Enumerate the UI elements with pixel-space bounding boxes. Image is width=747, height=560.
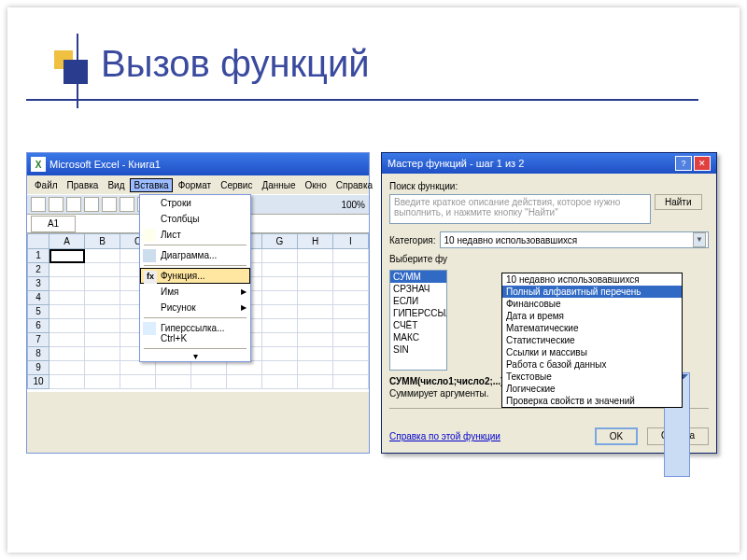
submenu-arrow-icon: ▶ [241, 287, 247, 296]
list-item[interactable]: СУММ [390, 271, 446, 283]
function-list[interactable]: СУММ СРЗНАЧ ЕСЛИ ГИПЕРССЫЛ СЧЁТ МАКС SIN [389, 270, 447, 371]
menu-expand[interactable]: ▾ [140, 351, 250, 361]
category-label: Категория: [389, 235, 436, 245]
list-item[interactable]: ГИПЕРССЫЛ [390, 307, 446, 319]
close-button[interactable]: ✕ [694, 156, 711, 171]
find-button[interactable]: Найти [655, 194, 702, 210]
dialog-title-text: Мастер функций - шаг 1 из 2 [388, 158, 524, 169]
list-item[interactable]: Логические [502, 383, 682, 395]
link-icon [143, 322, 156, 335]
menu-file[interactable]: Файл [31, 178, 62, 192]
row-header[interactable]: 6 [27, 319, 49, 333]
save-icon[interactable] [66, 197, 81, 212]
row-header[interactable]: 9 [27, 361, 49, 375]
menu-item-name[interactable]: Имя▶ [140, 284, 250, 300]
cut-icon[interactable] [102, 197, 117, 212]
row-header[interactable]: 4 [27, 291, 49, 305]
list-item[interactable]: Ссылки и массивы [502, 346, 682, 358]
excel-icon: X [31, 157, 46, 172]
excel-window-title: Microsoft Excel - Книга1 [49, 159, 161, 170]
list-item[interactable]: Проверка свойств и значений [502, 395, 682, 407]
list-item[interactable]: Математические [502, 322, 682, 334]
menu-help[interactable]: Справка [332, 178, 376, 192]
col-header[interactable]: G [262, 233, 298, 249]
function-wizard-dialog: Мастер функций - шаг 1 из 2 ? ✕ Поиск фу… [381, 152, 717, 454]
list-item[interactable]: СЧЁТ [390, 319, 446, 331]
col-header[interactable]: A [49, 233, 85, 249]
submenu-arrow-icon: ▶ [241, 303, 247, 312]
name-box[interactable]: A1 [31, 216, 76, 232]
zoom-value[interactable]: 100% [341, 200, 365, 210]
cell-a1[interactable] [49, 249, 85, 263]
search-input[interactable]: Введите краткое описание действия, котор… [389, 194, 651, 224]
category-dropdown[interactable]: 10 недавно использовавшихся Полный алфав… [501, 273, 683, 408]
col-header[interactable]: H [298, 233, 333, 249]
list-item[interactable]: Работа с базой данных [502, 358, 682, 371]
excel-window: X Microsoft Excel - Книга1 Файл Правка В… [26, 152, 370, 454]
search-label: Поиск функции: [389, 181, 709, 191]
fx-icon: fx [144, 271, 157, 284]
list-item[interactable]: Финансовые [502, 298, 682, 310]
list-item[interactable]: МАКС [390, 331, 446, 343]
select-fn-label: Выберите фу [389, 254, 447, 264]
open-icon[interactable] [49, 197, 63, 212]
menu-data[interactable]: Данные [258, 178, 299, 192]
row-header[interactable]: 1 [27, 249, 49, 263]
row-header[interactable]: 8 [27, 347, 49, 361]
list-item[interactable]: Дата и время [502, 310, 682, 322]
sheet-icon [143, 229, 156, 242]
help-button[interactable]: ? [675, 156, 692, 171]
help-link[interactable]: Справка по этой функции [389, 431, 500, 441]
list-item[interactable]: Текстовые [502, 371, 682, 383]
new-icon[interactable] [31, 197, 46, 212]
menu-item-function[interactable]: fxФункция... [140, 268, 250, 284]
excel-titlebar: X Microsoft Excel - Книга1 [27, 153, 369, 175]
menu-item-cols[interactable]: Столбцы [140, 211, 250, 227]
list-item[interactable]: 10 недавно использовавшихся [502, 273, 682, 286]
menu-edit[interactable]: Правка [63, 178, 103, 192]
row-header[interactable]: 7 [27, 333, 49, 347]
list-item[interactable]: Статистические [502, 334, 682, 346]
copy-icon[interactable] [120, 197, 134, 212]
list-item[interactable]: SIN [390, 343, 446, 356]
col-header[interactable]: B [85, 233, 120, 249]
print-icon[interactable] [84, 197, 99, 212]
menu-view[interactable]: Вид [104, 178, 128, 192]
chart-icon [143, 249, 156, 262]
menu-insert[interactable]: Вставка [130, 178, 172, 192]
slide-title: Вызов функций [101, 43, 370, 85]
row-header[interactable]: 2 [27, 263, 49, 277]
ok-button[interactable]: OK [595, 427, 638, 445]
menu-item-chart[interactable]: Диаграмма... [140, 247, 250, 263]
menu-item-rows[interactable]: Строки [140, 195, 250, 211]
row-header[interactable]: 3 [27, 277, 49, 291]
list-item[interactable]: ЕСЛИ [390, 295, 446, 307]
menu-tools[interactable]: Сервис [217, 178, 256, 192]
menu-format[interactable]: Формат [175, 178, 216, 192]
list-item[interactable]: СРЗНАЧ [390, 283, 446, 295]
category-select[interactable]: 10 недавно использовавшихся [440, 231, 709, 248]
menu-item-picture[interactable]: Рисунок▶ [140, 300, 250, 315]
col-header[interactable]: I [333, 233, 369, 249]
row-header[interactable]: 5 [27, 305, 49, 319]
menu-window[interactable]: Окно [302, 178, 331, 192]
row-header[interactable]: 10 [27, 375, 49, 389]
insert-dropdown[interactable]: Строки Столбцы Лист Диаграмма... fxФункц… [139, 194, 251, 362]
select-all-corner[interactable] [27, 233, 49, 249]
menu-item-hyperlink[interactable]: Гиперссылка... Ctrl+K [140, 320, 250, 346]
dialog-titlebar: Мастер функций - шаг 1 из 2 ? ✕ [382, 153, 716, 174]
menu-item-sheet[interactable]: Лист [140, 227, 250, 243]
list-item[interactable]: Полный алфавитный перечень [502, 286, 682, 298]
excel-menubar[interactable]: Файл Правка Вид Вставка Формат Сервис Да… [27, 175, 369, 194]
